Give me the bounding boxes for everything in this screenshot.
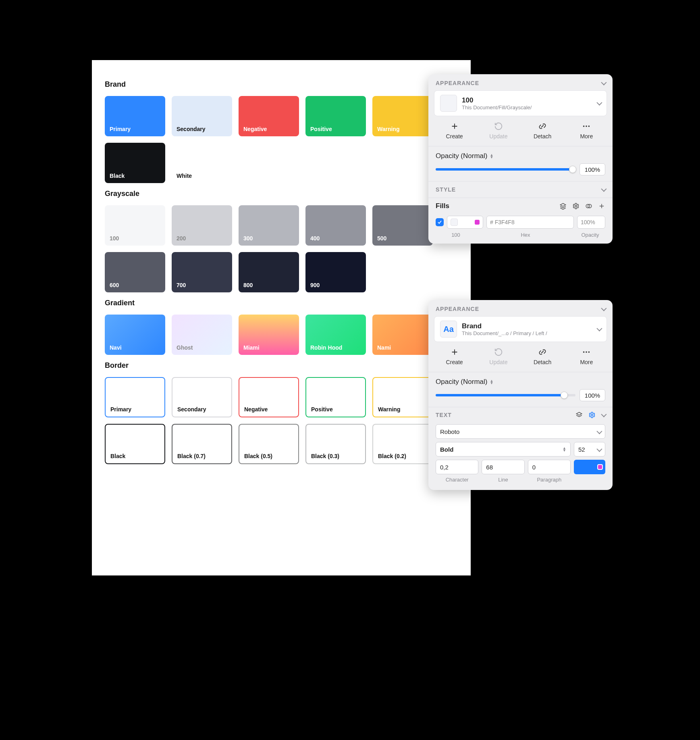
color-swatch[interactable]: Positive: [305, 96, 366, 136]
more-button[interactable]: More: [565, 122, 609, 140]
character-spacing-input[interactable]: 0,2: [436, 460, 478, 474]
panel-title: APPEARANCE: [436, 306, 479, 312]
chevron-down-icon[interactable]: [601, 186, 605, 193]
font-weight-select[interactable]: Bold ▲▼: [436, 442, 571, 457]
color-swatch[interactable]: 100: [105, 205, 165, 246]
opacity-label: Opacity (Normal): [436, 152, 487, 160]
color-swatch[interactable]: Negative: [239, 377, 299, 417]
svg-point-9: [591, 414, 593, 416]
swatch-label: Ghost: [177, 344, 193, 351]
stepper-icon[interactable]: ▲▼: [490, 154, 493, 158]
color-swatch[interactable]: Nami: [372, 315, 433, 355]
svg-point-8: [588, 351, 590, 353]
color-swatch[interactable]: Robin Hood: [305, 315, 366, 355]
color-swatch[interactable]: 600: [105, 252, 165, 292]
fill-opacity-input[interactable]: 100%: [577, 216, 605, 229]
chevron-down-icon[interactable]: [601, 306, 605, 312]
swatch-label: Black (0.7): [177, 453, 206, 459]
color-swatch[interactable]: 300: [239, 205, 299, 246]
appearance-panel-text: APPEARANCE Aa Brand This Document/_...o …: [428, 300, 613, 490]
color-swatch[interactable]: Black (0.2): [372, 424, 433, 464]
text-color-chip[interactable]: [574, 460, 605, 474]
plus-icon[interactable]: [598, 202, 605, 210]
color-swatch[interactable]: White: [172, 143, 232, 183]
font-family-select[interactable]: Roboto: [436, 424, 605, 439]
color-swatch[interactable]: 900: [305, 252, 366, 292]
color-swatch[interactable]: Miami: [239, 315, 299, 355]
chevron-down-icon[interactable]: [601, 411, 605, 419]
swatch-label: Black (0.5): [244, 453, 272, 459]
swatch-label: Robin Hood: [310, 344, 342, 351]
more-button[interactable]: More: [565, 348, 609, 365]
color-swatch[interactable]: Black (0.3): [305, 424, 366, 464]
blend-icon[interactable]: [585, 202, 592, 210]
appearance-style-card[interactable]: 100 This Document/Fill/Grayscale/: [434, 90, 607, 116]
color-swatch[interactable]: Black (0.5): [239, 424, 299, 464]
swatch-label: Secondary: [177, 126, 206, 132]
color-swatch[interactable]: Black: [105, 143, 165, 183]
color-swatch[interactable]: 700: [172, 252, 232, 292]
swatch-label: White: [177, 173, 192, 179]
font-size-input[interactable]: 52: [574, 442, 605, 457]
swatch-thumbnail: [440, 95, 457, 112]
detach-button[interactable]: Detach: [521, 348, 565, 365]
color-swatch[interactable]: Primary: [105, 377, 165, 417]
plus-icon: [450, 348, 459, 356]
action-row: Create Update Detach More: [428, 346, 613, 372]
detach-icon: [538, 122, 547, 131]
chevron-down-icon: [597, 446, 601, 453]
hex-input[interactable]: # F3F4F8: [486, 216, 574, 229]
color-swatch[interactable]: Ghost: [172, 315, 232, 355]
appearance-style-card[interactable]: Aa Brand This Document/_...o / Primary /…: [434, 316, 607, 342]
color-swatch[interactable]: Positive: [305, 377, 366, 417]
text-section-title: TEXT: [436, 412, 452, 418]
chevron-down-icon[interactable]: [601, 80, 605, 86]
color-swatch[interactable]: Secondary: [172, 377, 232, 417]
create-button[interactable]: Create: [432, 122, 476, 140]
update-button[interactable]: Update: [476, 122, 520, 140]
create-button[interactable]: Create: [432, 348, 476, 365]
swatch-label: Primary: [110, 126, 131, 132]
swatch-label: Secondary: [177, 406, 206, 413]
color-swatch[interactable]: Warning: [372, 377, 433, 417]
text-header-row: TEXT: [428, 407, 613, 421]
line-height-input[interactable]: 68: [482, 460, 524, 474]
color-swatch[interactable]: Black: [105, 424, 165, 464]
chevron-down-icon[interactable]: [597, 100, 601, 107]
opacity-slider[interactable]: [436, 168, 575, 171]
detach-button[interactable]: Detach: [521, 122, 565, 140]
swatch-row: 100200300400500: [105, 205, 458, 246]
color-swatch[interactable]: Negative: [239, 96, 299, 136]
color-swatch[interactable]: 500: [372, 205, 433, 246]
layers-icon[interactable]: [575, 411, 583, 419]
color-swatch[interactable]: Navi: [105, 315, 165, 355]
swatch-label: 200: [177, 235, 186, 242]
fill-enabled-checkbox[interactable]: [436, 218, 444, 226]
color-swatch[interactable]: 200: [172, 205, 232, 246]
update-button[interactable]: Update: [476, 348, 520, 365]
panel-title: APPEARANCE: [436, 80, 479, 86]
color-swatch[interactable]: Secondary: [172, 96, 232, 136]
stepper-icon[interactable]: ▲▼: [490, 379, 493, 384]
metric-labels: Character Line Paragraph: [428, 477, 613, 490]
fill-color-chip[interactable]: [447, 216, 483, 229]
color-swatch[interactable]: Warning: [372, 96, 433, 136]
color-swatch[interactable]: Primary: [105, 96, 165, 136]
opacity-value-input[interactable]: 100%: [580, 389, 605, 401]
appearance-panel-fill: APPEARANCE 100 This Document/Fill/Graysc…: [428, 74, 613, 244]
chevron-down-icon[interactable]: [597, 325, 601, 333]
color-swatch[interactable]: Black (0.7): [172, 424, 232, 464]
color-swatch[interactable]: 800: [239, 252, 299, 292]
paragraph-spacing-input[interactable]: 0: [528, 460, 571, 474]
section-title: Brand: [105, 80, 458, 89]
gear-icon[interactable]: [572, 202, 580, 210]
swatch-label: Warning: [377, 126, 399, 132]
gear-icon[interactable]: [588, 411, 596, 419]
svg-point-7: [586, 351, 588, 353]
color-swatch[interactable]: 400: [305, 205, 366, 246]
layers-icon[interactable]: [559, 202, 567, 210]
opacity-slider[interactable]: [436, 394, 575, 396]
opacity-value-input[interactable]: 100%: [580, 163, 605, 175]
swatch-label: Negative: [244, 406, 268, 413]
chevron-down-icon: [597, 428, 601, 435]
